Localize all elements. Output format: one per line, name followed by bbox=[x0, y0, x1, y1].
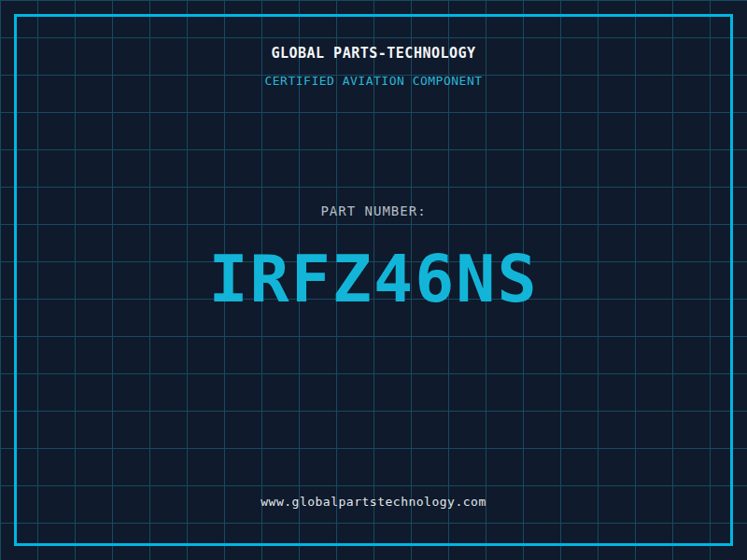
certification-subtitle: CERTIFIED AVIATION COMPONENT bbox=[0, 74, 747, 88]
part-number-label: PART NUMBER: bbox=[0, 203, 747, 218]
part-number-value: IRFZ46NS bbox=[0, 245, 747, 314]
company-name: GLOBAL PARTS-TECHNOLOGY bbox=[0, 45, 747, 62]
part-label-card: GLOBAL PARTS-TECHNOLOGY CERTIFIED AVIATI… bbox=[0, 0, 747, 560]
website-url: www.globalpartstechnology.com bbox=[0, 495, 747, 509]
